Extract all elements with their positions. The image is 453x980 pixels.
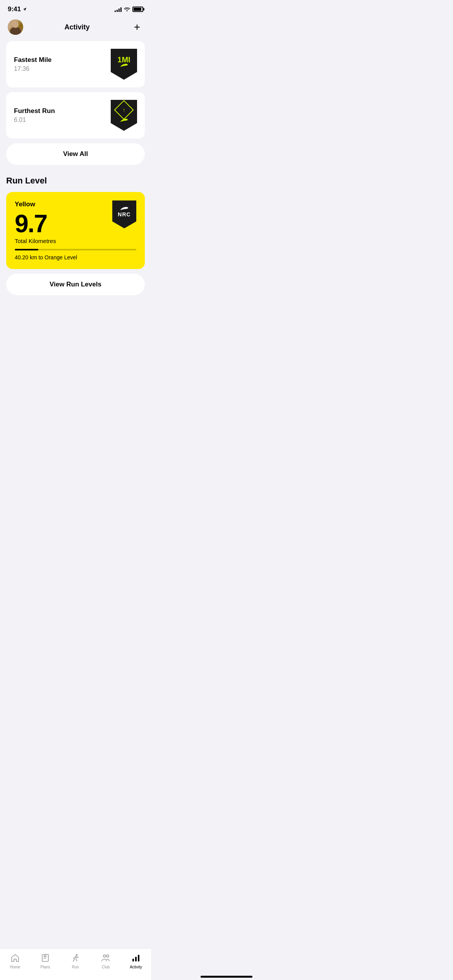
nrc-swoosh-icon xyxy=(120,207,129,211)
wifi-icon xyxy=(124,6,130,12)
status-time: 9:41 xyxy=(8,5,27,13)
furthest-run-title: Furthest Run xyxy=(14,107,111,115)
level-name: Yellow xyxy=(15,200,56,208)
status-bar: 9:41 xyxy=(0,0,151,16)
nrc-badge: NRC xyxy=(112,200,136,228)
battery-icon xyxy=(132,7,143,12)
main-content: Fastest Mile 17:36 1MI Furthest Run 6.01… xyxy=(0,41,151,295)
furthest-run-card[interactable]: Furthest Run 6.01 ↑ xyxy=(6,92,145,139)
km-label: Total Kilometres xyxy=(15,238,56,244)
fastest-mile-value: 17:36 xyxy=(14,65,111,72)
progress-bar-bg xyxy=(15,249,136,250)
signal-icon xyxy=(115,7,122,12)
view-run-levels-label: View Run Levels xyxy=(50,281,101,288)
run-level-section-title: Run Level xyxy=(6,176,145,186)
view-all-button[interactable]: View All xyxy=(6,143,145,165)
km-value: 9.7 xyxy=(15,211,56,236)
view-all-label: View All xyxy=(63,150,88,158)
page-header: Activity + xyxy=(0,16,151,41)
run-level-card[interactable]: Yellow 9.7 Total Kilometres NRC 40.20 km… xyxy=(6,192,145,269)
view-run-levels-button[interactable]: View Run Levels xyxy=(6,274,145,295)
nrc-label: NRC xyxy=(118,211,130,218)
progress-bar-fill xyxy=(15,249,38,250)
nike-swoosh-1mi-icon xyxy=(120,63,128,67)
fastest-mile-title: Fastest Mile xyxy=(14,56,111,64)
next-level-text: 40.20 km to Orange Level xyxy=(15,254,136,260)
fastest-mile-card[interactable]: Fastest Mile 17:36 1MI xyxy=(6,41,145,87)
page-title: Activity xyxy=(64,23,89,31)
location-icon xyxy=(22,7,27,12)
progress-bar-wrap xyxy=(15,249,136,250)
furthest-run-value: 6.01 xyxy=(14,117,111,123)
avatar[interactable] xyxy=(8,19,23,35)
status-icons xyxy=(115,6,143,12)
badge-distance: ↑ xyxy=(111,100,137,131)
add-button[interactable]: + xyxy=(131,21,143,33)
badge-1mi: 1MI xyxy=(111,49,137,80)
